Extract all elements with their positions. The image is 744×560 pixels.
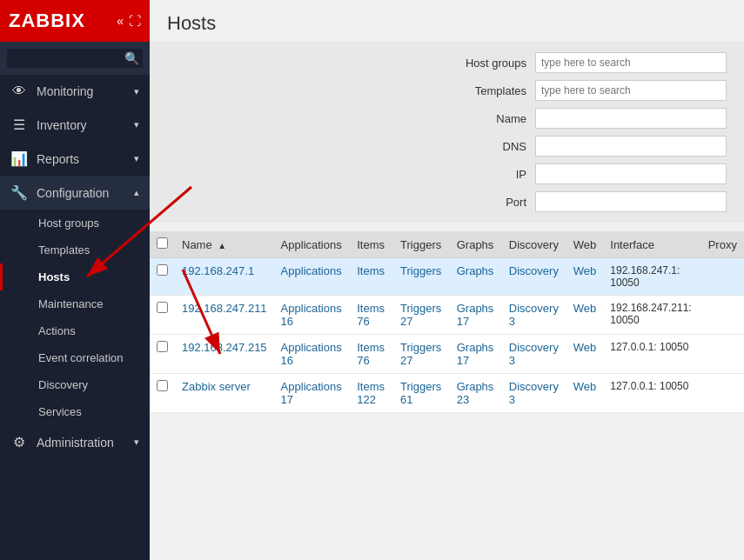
ip-label: IP: [439, 168, 526, 181]
logo-bar: ZABBIX « ⛶: [0, 0, 150, 42]
header-items[interactable]: Items: [350, 231, 393, 258]
nav-item-administration[interactable]: ⚙ Administration ▾: [0, 425, 150, 459]
cell-link[interactable]: Applications 16: [281, 302, 342, 328]
host-name-link[interactable]: 192.168.247.215: [182, 341, 267, 354]
row-checkbox[interactable]: [157, 341, 168, 352]
logo-text: ZABBIX: [9, 10, 85, 32]
cell-link[interactable]: Graphs 17: [457, 302, 494, 328]
cell-link[interactable]: Graphs 17: [457, 341, 494, 367]
nav-item-inventory[interactable]: ☰ Inventory ▾: [0, 108, 150, 142]
collapse-icon[interactable]: «: [117, 14, 124, 28]
search-bar: 🔍: [0, 42, 150, 75]
cell-link[interactable]: Items: [357, 264, 385, 277]
row-checkbox[interactable]: [157, 264, 168, 276]
cell-link[interactable]: Applications: [281, 264, 342, 277]
ip-input[interactable]: [535, 163, 727, 184]
web-link[interactable]: Web: [573, 341, 597, 354]
subnav-actions[interactable]: Actions: [0, 317, 150, 344]
fullscreen-icon[interactable]: ⛶: [129, 14, 141, 28]
nav-item-reports[interactable]: 📊 Reports ▾: [0, 142, 150, 176]
cell-link[interactable]: Triggers 61: [400, 380, 441, 406]
content-area: Host groups Templates Name DNS IP: [150, 42, 744, 560]
web-link[interactable]: Web: [573, 302, 597, 315]
cell-link[interactable]: Applications 16: [281, 341, 342, 367]
header-graphs[interactable]: Graphs: [450, 231, 502, 258]
subnav-discovery[interactable]: Discovery: [0, 371, 150, 398]
cell-interface: 127.0.0.1: 10050: [603, 374, 700, 413]
cell-link[interactable]: Discovery 3: [509, 380, 559, 406]
row-checkbox[interactable]: [157, 302, 168, 313]
cell-link[interactable]: Graphs 23: [457, 380, 494, 406]
cell-applications: Applications 16: [274, 335, 351, 374]
host-name-link[interactable]: 192.168.247.211: [182, 302, 267, 315]
cell-name: Zabbix server: [175, 374, 274, 413]
host-name-link[interactable]: Zabbix server: [182, 380, 251, 393]
templates-input[interactable]: [535, 80, 727, 101]
cell-link[interactable]: Triggers 27: [400, 302, 441, 328]
cell-link[interactable]: Discovery: [509, 264, 559, 277]
subnav-hosts[interactable]: Hosts: [0, 263, 150, 290]
cell-applications: Applications 17: [274, 374, 351, 413]
inventory-label: Inventory: [37, 118, 87, 132]
hosts-table: Name ▲ Applications Items Triggers Graph…: [150, 231, 744, 413]
cell-link[interactable]: Discovery 3: [509, 341, 559, 367]
row-checkbox[interactable]: [157, 380, 168, 391]
cell-link[interactable]: Items 76: [357, 302, 385, 328]
cell-applications: Applications 16: [274, 296, 351, 335]
cell-discovery: Discovery: [502, 258, 566, 296]
header-web[interactable]: Web: [566, 231, 604, 258]
header-applications[interactable]: Applications: [274, 231, 351, 258]
web-link[interactable]: Web: [573, 380, 597, 393]
cell-web: Web: [566, 296, 604, 335]
cell-link[interactable]: Triggers 27: [400, 341, 441, 367]
cell-link[interactable]: Discovery 3: [509, 302, 559, 328]
host-name-link[interactable]: 192.168.247.1: [182, 264, 254, 277]
administration-arrow: ▾: [134, 437, 139, 448]
filter-ip-row: IP: [439, 163, 727, 184]
search-icon[interactable]: 🔍: [124, 51, 139, 65]
nav-item-monitoring[interactable]: 👁 Monitoring ▾: [0, 75, 150, 108]
header-proxy[interactable]: Proxy: [701, 231, 744, 258]
cell-link[interactable]: Items 76: [357, 341, 385, 367]
cell-web: Web: [566, 374, 604, 413]
cell-link[interactable]: Applications 17: [281, 380, 342, 406]
inventory-icon: ☰: [10, 117, 28, 133]
cell-link[interactable]: Triggers: [400, 264, 441, 277]
templates-label: Templates: [439, 84, 526, 97]
select-all-checkbox[interactable]: [157, 237, 168, 249]
search-input[interactable]: [7, 49, 143, 68]
filter-dns-row: DNS: [439, 136, 727, 157]
main-content: Hosts Host groups Templates Name DNS: [150, 0, 744, 560]
name-input[interactable]: [535, 108, 727, 129]
header-name[interactable]: Name ▲: [175, 231, 274, 258]
dns-input[interactable]: [535, 136, 727, 157]
subnav-host-groups[interactable]: Host groups: [0, 210, 150, 237]
administration-label: Administration: [37, 436, 114, 450]
cell-link[interactable]: Items 122: [357, 380, 385, 406]
cell-discovery: Discovery 3: [502, 296, 566, 335]
header-triggers[interactable]: Triggers: [393, 231, 450, 258]
cell-interface: 192.168.247.1: 10050: [603, 258, 700, 296]
cell-graphs: Graphs: [450, 258, 502, 296]
subnav-maintenance[interactable]: Maintenance: [0, 290, 150, 317]
table-header-row: Name ▲ Applications Items Triggers Graph…: [150, 231, 744, 258]
host-groups-input[interactable]: [535, 52, 727, 73]
nav-item-configuration[interactable]: 🔧 Configuration ▴: [0, 176, 150, 210]
cell-web: Web: [566, 335, 604, 374]
subnav-event-correlation[interactable]: Event correlation: [0, 344, 150, 371]
cell-interface: 192.168.247.211: 10050: [603, 296, 700, 335]
port-input[interactable]: [535, 191, 727, 212]
cell-link[interactable]: Graphs: [457, 264, 494, 277]
web-link[interactable]: Web: [573, 264, 597, 277]
header-discovery[interactable]: Discovery: [502, 231, 566, 258]
port-label: Port: [439, 196, 526, 209]
cell-name: 192.168.247.211: [175, 296, 274, 335]
cell-items: Items 122: [350, 374, 393, 413]
subnav-services[interactable]: Services: [0, 398, 150, 425]
filter-host-groups-row: Host groups: [439, 52, 727, 73]
configuration-icon: 🔧: [10, 184, 28, 201]
reports-icon: 📊: [10, 150, 28, 167]
subnav-templates[interactable]: Templates: [0, 237, 150, 263]
reports-label: Reports: [37, 152, 79, 166]
header-interface[interactable]: Interface: [603, 231, 700, 258]
